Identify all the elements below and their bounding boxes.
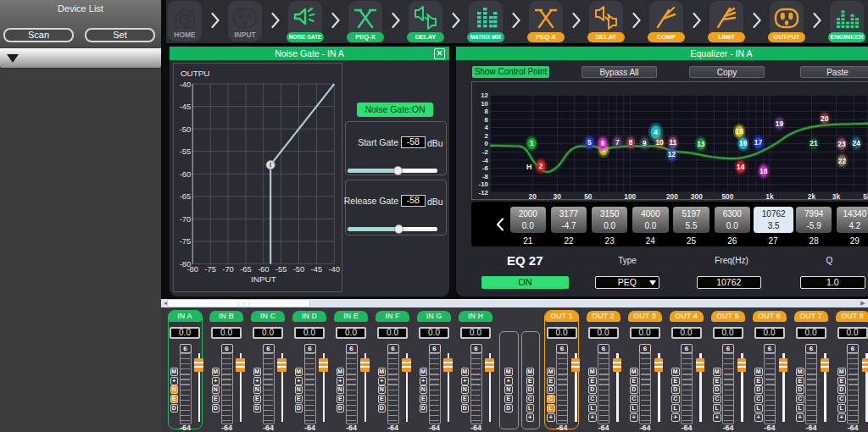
- svg-text:-40: -40: [179, 79, 191, 88]
- svg-text:500: 500: [721, 192, 733, 200]
- svg-text:2: 2: [539, 162, 543, 170]
- svg-text:17: 17: [754, 138, 763, 147]
- svg-text:-12: -12: [479, 189, 489, 197]
- svg-text:19: 19: [776, 119, 784, 128]
- svg-text:-70: -70: [222, 264, 234, 274]
- svg-text:-2: -2: [482, 148, 489, 156]
- svg-text:3k: 3k: [832, 192, 841, 200]
- svg-text:20: 20: [529, 192, 537, 200]
- svg-text:2: 2: [485, 132, 489, 140]
- svg-text:5k: 5k: [863, 192, 868, 200]
- svg-text:22: 22: [838, 157, 847, 165]
- svg-text:INPUT: INPUT: [251, 274, 276, 283]
- svg-text:15: 15: [736, 127, 744, 136]
- svg-text:200: 200: [666, 192, 678, 200]
- svg-text:11: 11: [669, 138, 676, 147]
- svg-text:-80: -80: [186, 264, 198, 274]
- svg-text:9: 9: [643, 139, 647, 147]
- svg-text:-70: -70: [179, 213, 191, 223]
- svg-text:1: 1: [530, 139, 534, 147]
- svg-text:-55: -55: [179, 147, 191, 156]
- svg-text:-75: -75: [204, 264, 216, 274]
- svg-text:-40: -40: [328, 264, 340, 274]
- svg-text:16: 16: [739, 139, 748, 147]
- svg-text:13: 13: [697, 140, 705, 148]
- svg-text:-65: -65: [240, 264, 252, 274]
- svg-text:-8: -8: [482, 173, 489, 180]
- svg-text:18: 18: [760, 167, 768, 175]
- svg-text:20: 20: [821, 114, 829, 123]
- svg-text:-50: -50: [292, 264, 304, 274]
- svg-text:6: 6: [485, 116, 489, 124]
- svg-text:12: 12: [481, 91, 488, 99]
- svg-text:24: 24: [853, 139, 861, 147]
- svg-text:-6: -6: [482, 164, 489, 172]
- svg-text:30: 30: [554, 192, 562, 200]
- svg-text:21: 21: [810, 139, 818, 147]
- svg-text:50: 50: [584, 192, 593, 200]
- svg-text:H: H: [526, 163, 531, 171]
- svg-text:-45: -45: [310, 264, 322, 274]
- svg-text:-60: -60: [179, 169, 191, 178]
- svg-text:300: 300: [691, 192, 703, 200]
- svg-text:100: 100: [624, 192, 636, 200]
- svg-text:4: 4: [485, 124, 489, 131]
- svg-text:2k: 2k: [808, 192, 816, 200]
- svg-text:-55: -55: [275, 264, 287, 274]
- svg-text:8: 8: [629, 138, 633, 147]
- svg-text:-60: -60: [257, 264, 269, 274]
- svg-text:23: 23: [837, 140, 846, 148]
- svg-text:0: 0: [485, 140, 489, 147]
- svg-text:6: 6: [601, 139, 605, 147]
- svg-text:10: 10: [481, 100, 488, 108]
- svg-text:-10: -10: [479, 180, 489, 188]
- svg-text:-4: -4: [482, 157, 489, 164]
- svg-text:10: 10: [655, 138, 664, 147]
- svg-text:-65: -65: [179, 191, 191, 201]
- svg-text:14: 14: [737, 163, 745, 171]
- svg-text:OUTPU: OUTPU: [180, 69, 209, 78]
- svg-text:5: 5: [587, 138, 592, 147]
- svg-text:-75: -75: [179, 236, 191, 246]
- svg-text:12: 12: [668, 150, 676, 158]
- svg-text:4: 4: [654, 128, 658, 136]
- svg-text:7: 7: [615, 138, 620, 147]
- svg-text:1k: 1k: [765, 192, 774, 200]
- svg-text:8: 8: [485, 108, 489, 115]
- svg-text:-50: -50: [179, 124, 191, 133]
- svg-text:-45: -45: [179, 102, 191, 111]
